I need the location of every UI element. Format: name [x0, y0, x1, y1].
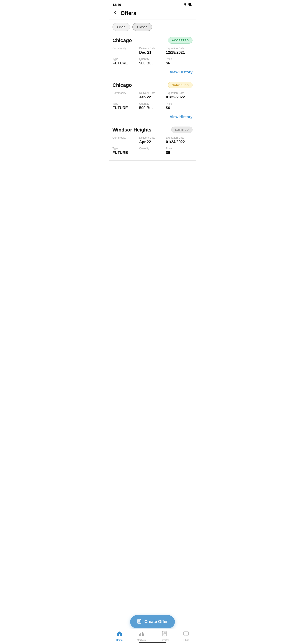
- delivery-value-2: Jan 22: [139, 95, 166, 100]
- detail-expiration-2: Expiration Date 01/22/2022: [166, 92, 192, 100]
- delivery-label-2: Delivery Date: [139, 92, 166, 94]
- delivery-value-1: Dec 21: [139, 50, 166, 55]
- detail-type-2: Type FUTURE: [112, 102, 139, 110]
- status-bar: 12:46: [109, 0, 196, 8]
- quantity-label-3: Quantity: [139, 147, 166, 150]
- nav-label-chat: Chat: [183, 639, 188, 641]
- quantity-label-1: Quantity: [139, 58, 166, 60]
- offer-details-1: Commodity Delivery Date Dec 21 Expiratio…: [112, 47, 192, 66]
- expiration-value-1: 12/18/2021: [166, 50, 192, 55]
- nav-item-elevator[interactable]: Elevator: [160, 631, 169, 641]
- offer-card-2: Chicago CANCELED Commodity Delivery Date…: [109, 78, 196, 123]
- price-label-3: Price: [166, 147, 192, 150]
- offer-details-3: Commodity Delivery Date Apr 22 Expiratio…: [112, 136, 192, 155]
- expiration-value-3: 01/24/2022: [166, 140, 192, 144]
- detail-expiration-3: Expiration Date 01/24/2022: [166, 136, 192, 144]
- battery-icon: [188, 3, 192, 6]
- detail-type-1: Type FUTURE: [112, 58, 139, 66]
- svg-rect-3: [139, 634, 140, 636]
- create-offer-icon: [137, 619, 142, 625]
- delivery-label-3: Delivery Date: [139, 136, 166, 139]
- price-label-1: Price: [166, 58, 192, 60]
- type-value-3: FUTURE: [112, 150, 139, 155]
- commodity-label-3: Commodity: [112, 136, 139, 139]
- bottom-nav: Home Markets Elevator: [109, 629, 196, 644]
- quantity-value-1: 500 Bu.: [139, 61, 166, 66]
- nav-item-home[interactable]: Home: [116, 631, 122, 641]
- type-value-1: FUTURE: [112, 61, 139, 66]
- detail-expiration-1: Expiration Date 12/18/2021: [166, 47, 192, 55]
- price-value-3: $6: [166, 150, 192, 155]
- expiration-label-1: Expiration Date: [166, 47, 192, 50]
- offer-details-2: Commodity Delivery Date Jan 22 Expiratio…: [112, 92, 192, 110]
- filter-tab-closed[interactable]: Closed: [132, 23, 152, 31]
- offer-card-1: Chicago ACCEPTED Commodity Delivery Date…: [109, 34, 196, 78]
- create-offer-label: Create Offer: [144, 620, 168, 624]
- detail-quantity-1: Quantity 500 Bu.: [139, 58, 166, 66]
- nav-item-markets[interactable]: Markets: [137, 631, 146, 641]
- back-button[interactable]: [112, 10, 118, 16]
- offer-header-2: Chicago CANCELED: [112, 82, 192, 88]
- commodity-label-2: Commodity: [112, 92, 139, 94]
- detail-delivery-2: Delivery Date Jan 22: [139, 92, 166, 100]
- markets-icon: [138, 631, 144, 638]
- detail-price-3: Price $6: [166, 147, 192, 155]
- detail-delivery-1: Delivery Date Dec 21: [139, 47, 166, 55]
- type-label-1: Type: [112, 58, 139, 60]
- page-title: Offers: [120, 10, 136, 16]
- status-badge-2: CANCELED: [168, 82, 192, 88]
- svg-rect-8: [163, 632, 164, 634]
- filter-tab-open[interactable]: Open: [112, 23, 130, 31]
- detail-price-2: Price $6: [166, 102, 192, 110]
- nav-item-chat[interactable]: Chat: [183, 631, 189, 641]
- type-label-3: Type: [112, 147, 139, 150]
- view-history-btn-1[interactable]: View History: [112, 68, 192, 75]
- expiration-label-2: Expiration Date: [166, 92, 192, 94]
- detail-commodity-3: Commodity: [112, 136, 139, 144]
- detail-delivery-3: Delivery Date Apr 22: [139, 136, 166, 144]
- offer-header-1: Chicago ACCEPTED: [112, 37, 192, 44]
- quantity-label-2: Quantity: [139, 102, 166, 105]
- create-offer-button[interactable]: Create Offer: [130, 615, 175, 628]
- home-icon: [116, 631, 122, 638]
- svg-rect-9: [164, 632, 166, 634]
- quantity-value-2: 500 Bu.: [139, 106, 166, 110]
- detail-commodity-2: Commodity: [112, 92, 139, 100]
- nav-label-markets: Markets: [137, 639, 146, 641]
- detail-quantity-2: Quantity 500 Bu.: [139, 102, 166, 110]
- svg-rect-4: [140, 633, 141, 636]
- offer-location-2: Chicago: [112, 82, 132, 88]
- offer-card-3: Windsor Heights EXPIRED Commodity Delive…: [109, 123, 196, 160]
- nav-label-home: Home: [116, 639, 122, 641]
- detail-quantity-3: Quantity: [139, 147, 166, 155]
- status-icons: [183, 3, 192, 6]
- header: Offers: [109, 8, 196, 20]
- detail-price-1: Price $6: [166, 58, 192, 66]
- svg-rect-5: [142, 632, 143, 636]
- filter-tabs: Open Closed: [109, 20, 196, 34]
- commodity-label-1: Commodity: [112, 47, 139, 50]
- detail-type-3: Type FUTURE: [112, 147, 139, 155]
- wifi-icon: [183, 3, 187, 6]
- price-value-2: $6: [166, 106, 192, 110]
- offer-location-1: Chicago: [112, 38, 132, 44]
- home-indicator: [139, 642, 166, 643]
- price-value-1: $6: [166, 61, 192, 66]
- status-time: 12:46: [112, 3, 121, 6]
- status-badge-1: ACCEPTED: [168, 37, 192, 44]
- svg-rect-1: [189, 3, 191, 5]
- detail-commodity-1: Commodity: [112, 47, 139, 55]
- elevator-icon: [162, 631, 167, 638]
- status-badge-3: EXPIRED: [171, 126, 192, 133]
- chat-icon: [183, 631, 189, 638]
- expiration-label-3: Expiration Date: [166, 136, 192, 139]
- nav-label-elevator: Elevator: [160, 639, 169, 641]
- view-history-btn-2[interactable]: View History: [112, 113, 192, 120]
- type-value-2: FUTURE: [112, 106, 139, 110]
- expiration-value-2: 01/22/2022: [166, 95, 192, 100]
- type-label-2: Type: [112, 102, 139, 105]
- offer-location-3: Windsor Heights: [112, 127, 152, 133]
- delivery-value-3: Apr 22: [139, 140, 166, 144]
- price-label-2: Price: [166, 102, 192, 105]
- svg-rect-6: [143, 634, 144, 636]
